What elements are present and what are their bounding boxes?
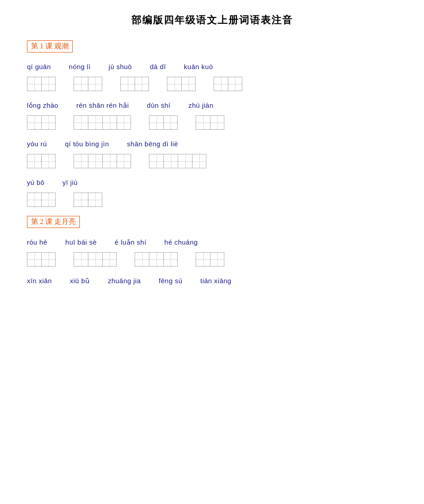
pinyin-item: dùn shí [147, 100, 170, 111]
pinyin-item: huī bái sè [66, 237, 97, 248]
char-box-group [74, 193, 102, 207]
char-box [210, 115, 224, 130]
pinyin-item: é luǎn shí [115, 237, 147, 248]
char-box-group [27, 252, 56, 267]
char-box [178, 154, 192, 168]
lesson1-pinyin-row3: yóu rú qí tóu bìng jìn shān bēng dì liè [27, 139, 397, 149]
char-box-group [74, 154, 131, 168]
char-box-group [149, 115, 178, 130]
char-box [120, 77, 135, 91]
pinyin-item: tián xiāng [201, 276, 232, 286]
lesson-1-label: 第 1 课 观潮 [27, 40, 73, 53]
pinyin-item: shān bēng dì liè [127, 139, 178, 149]
lesson2-pinyin-row1: róu hé huī bái sè é luǎn shí hé chuáng [27, 237, 397, 248]
pinyin-item: qí guān [27, 61, 51, 72]
char-box-group [196, 115, 224, 130]
char-box [74, 77, 88, 91]
char-box [102, 154, 117, 168]
pinyin-item: xīn xiān [27, 276, 52, 286]
page-title: 部编版四年级语文上册词语表注音 [27, 13, 397, 27]
char-box-group [167, 77, 196, 91]
char-box [41, 154, 56, 168]
pinyin-item: dà dī [150, 61, 166, 72]
char-box [27, 77, 41, 91]
lesson-1-section: 第 1 课 观潮 qí guān nóng lì jù shuō dà dī k… [27, 40, 397, 207]
char-box [41, 77, 56, 91]
char-box-group [27, 77, 56, 91]
char-box [41, 252, 56, 267]
pinyin-item: nóng lì [69, 61, 91, 72]
char-box-group [74, 252, 117, 267]
char-box [117, 154, 131, 168]
char-box-group [120, 77, 149, 91]
char-box [149, 115, 163, 130]
char-box [41, 193, 56, 207]
char-box [167, 77, 181, 91]
lesson1-boxes-row2 [27, 115, 397, 130]
pinyin-item: zhú jiàn [188, 100, 214, 111]
char-box-group [74, 77, 102, 91]
pinyin-item: fēng sú [159, 276, 183, 286]
char-box [74, 193, 88, 207]
char-box-group [27, 115, 56, 130]
pinyin-item: qí tóu bìng jìn [65, 139, 109, 149]
char-box [74, 252, 88, 267]
lesson2-pinyin-row2: xīn xiān xiū bǔ zhuāng jia fēng sú tián … [27, 276, 397, 286]
lesson1-boxes-row3 [27, 154, 397, 168]
char-box [163, 252, 178, 267]
char-box-group [149, 154, 206, 168]
char-box [135, 252, 149, 267]
char-box [27, 193, 41, 207]
char-box [149, 154, 163, 168]
char-box [196, 115, 210, 130]
char-box [135, 77, 149, 91]
char-box [196, 252, 210, 267]
pinyin-item: zhuāng jia [108, 276, 140, 286]
char-box-group [196, 252, 224, 267]
pinyin-item: yóu rú [27, 139, 47, 149]
pinyin-item: yī jiù [62, 177, 78, 188]
lesson-2-section: 第 2 课 走月亮 róu hé huī bái sè é luǎn shí h… [27, 216, 397, 286]
char-box-group [214, 77, 242, 91]
char-box-group [27, 193, 56, 207]
pinyin-item: kuān kuò [184, 61, 213, 72]
lesson1-pinyin-row1: qí guān nóng lì jù shuō dà dī kuān kuò [27, 61, 397, 72]
pinyin-item: yú bō [27, 177, 44, 188]
char-box [163, 115, 178, 130]
char-box [88, 252, 102, 267]
lesson1-pinyin-row4: yú bō yī jiù [27, 177, 397, 188]
char-box [88, 115, 102, 130]
lesson1-boxes-row4 [27, 193, 397, 207]
char-box [149, 252, 163, 267]
char-box [88, 154, 102, 168]
char-box [74, 115, 88, 130]
char-box [27, 115, 41, 130]
pinyin-item: hé chuáng [164, 237, 198, 248]
char-box [192, 154, 206, 168]
char-box [102, 252, 117, 267]
char-box [27, 154, 41, 168]
char-box [228, 77, 242, 91]
char-box [27, 252, 41, 267]
char-box [163, 154, 178, 168]
lesson-2-label: 第 2 课 走月亮 [27, 216, 80, 228]
char-box [41, 115, 56, 130]
char-box [117, 115, 131, 130]
char-box-group [74, 115, 131, 130]
char-box-group [135, 252, 178, 267]
pinyin-item: róu hé [27, 237, 48, 248]
char-box-group [27, 154, 56, 168]
pinyin-item: lǒng zhào [27, 100, 58, 111]
char-box [88, 77, 102, 91]
char-box [181, 77, 196, 91]
char-box [214, 77, 228, 91]
char-box [88, 193, 102, 207]
char-box [102, 115, 117, 130]
pinyin-item: jù shuō [109, 61, 132, 72]
lesson1-pinyin-row2: lǒng zhào rén shān rén hǎi dùn shí zhú j… [27, 100, 397, 111]
char-box [210, 252, 224, 267]
lesson2-boxes-row1 [27, 252, 397, 267]
char-box [74, 154, 88, 168]
lesson1-boxes-row1 [27, 77, 397, 91]
pinyin-item: xiū bǔ [70, 276, 90, 286]
